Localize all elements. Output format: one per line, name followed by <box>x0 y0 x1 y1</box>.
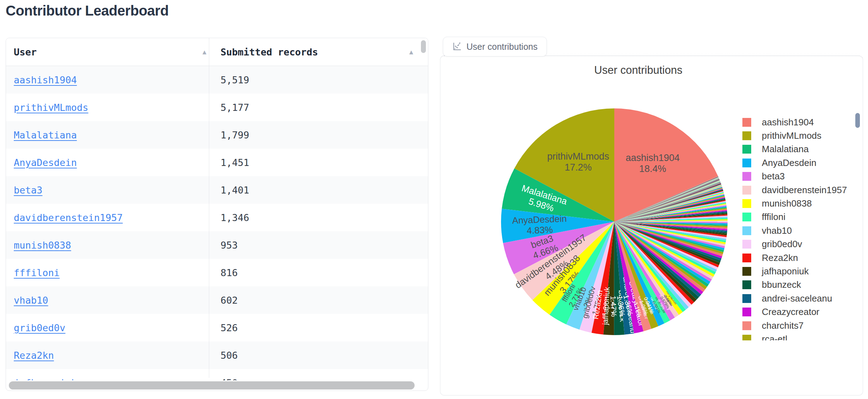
legend-item: rca-etl <box>739 332 855 340</box>
table-row: Malalatiana1,799 <box>6 121 428 149</box>
sort-ascending-icon[interactable]: ▲ <box>408 48 415 56</box>
column-divider <box>209 38 209 378</box>
legend-swatch <box>742 213 751 221</box>
table-row: Reza2kn506 <box>6 341 428 369</box>
user-cell: prithivMLmods <box>14 94 88 121</box>
legend-swatch <box>742 226 751 235</box>
legend-swatch <box>742 131 751 140</box>
legend-item: charchits7 <box>739 319 855 332</box>
legend-label: AnyaDesdein <box>762 157 816 168</box>
table-row: jafhaponiuk450 <box>6 369 428 380</box>
records-cell: 1,799 <box>221 121 249 149</box>
user-link[interactable]: vhab10 <box>14 295 48 306</box>
user-link[interactable]: aashish1904 <box>14 75 77 85</box>
table-row: vhab10602 <box>6 286 428 314</box>
legend-swatch <box>742 145 751 154</box>
legend-item: grib0ed0v <box>739 238 855 251</box>
user-link[interactable]: AnyaDesdein <box>14 157 77 168</box>
records-cell: 506 <box>221 341 238 369</box>
legend-label: prithivMLmods <box>762 130 821 141</box>
user-link[interactable]: fffiloni <box>14 267 60 278</box>
chart-panel: User contributions prithivMLmods17.2%Mal… <box>440 55 863 395</box>
table-row: davidberenstein19571,346 <box>6 204 428 231</box>
legend-swatch <box>742 240 751 249</box>
table-horizontal-scrollbar[interactable] <box>9 381 415 389</box>
table-row: AnyaDesdein1,451 <box>6 149 428 176</box>
legend-label: aashish1904 <box>762 117 814 128</box>
legend-item: bbunzeck <box>739 278 855 292</box>
table-header: User ▲ Submitted records ▲ <box>6 38 428 66</box>
legend-swatch <box>742 172 751 181</box>
records-cell: 5,177 <box>221 94 249 121</box>
table-row: aashish19045,519 <box>6 66 428 94</box>
legend-item: Malalatiana <box>739 143 855 156</box>
user-cell: munish0838 <box>14 231 71 259</box>
table-vertical-scrollbar[interactable] <box>421 40 426 53</box>
legend-label: andrei-saceleanu <box>762 293 832 304</box>
table-body: aashish19045,519prithivMLmods5,177Malala… <box>6 66 428 380</box>
user-cell: davidberenstein1957 <box>14 204 123 231</box>
legend-item: munish0838 <box>739 197 855 210</box>
leaderboard-table: User ▲ Submitted records ▲ aashish19045,… <box>6 38 428 391</box>
legend-swatch <box>742 280 751 289</box>
table-row: fffiloni816 <box>6 259 428 286</box>
legend-item: fffiloni <box>739 210 855 224</box>
user-cell: AnyaDesdein <box>14 149 77 176</box>
legend-label: munish0838 <box>762 198 812 209</box>
legend-item: davidberenstein1957 <box>739 183 855 197</box>
user-link[interactable]: jafhaponiuk <box>14 377 77 381</box>
column-header-user[interactable]: User <box>14 38 197 66</box>
column-header-records-label: Submitted records <box>221 47 318 58</box>
legend-label: charchits7 <box>762 320 804 331</box>
records-cell: 602 <box>221 286 238 314</box>
legend-item: beta3 <box>739 170 855 183</box>
table-row: grib0ed0v526 <box>6 314 428 341</box>
user-link[interactable]: prithivMLmods <box>14 102 88 113</box>
records-cell: 1,401 <box>221 176 249 204</box>
legend-label: Reza2kn <box>762 252 798 263</box>
legend-swatch <box>742 186 751 195</box>
user-cell: beta3 <box>14 176 42 204</box>
tab-label: User contributions <box>466 42 537 52</box>
legend-label: Creazycreator <box>762 306 819 317</box>
legend-item: prithivMLmods <box>739 129 855 142</box>
legend-label: davidberenstein1957 <box>762 185 847 196</box>
sort-ascending-icon[interactable]: ▲ <box>201 48 208 56</box>
user-cell: grib0ed0v <box>14 314 65 341</box>
legend-item: AnyaDesdein <box>739 156 855 169</box>
legend-label: bbunzeck <box>762 279 801 290</box>
user-link[interactable]: davidberenstein1957 <box>14 212 123 223</box>
legend-item: Creazycreator <box>739 305 855 318</box>
scatter-chart-icon <box>452 42 462 51</box>
table-row: prithivMLmods5,177 <box>6 94 428 121</box>
app-root: Contributor Leaderboard User ▲ Submitted… <box>0 0 868 399</box>
legend-swatch <box>742 159 751 167</box>
user-link[interactable]: grib0ed0v <box>14 322 65 333</box>
user-link[interactable]: munish0838 <box>14 240 71 251</box>
column-header-records[interactable]: Submitted records <box>221 38 397 66</box>
records-cell: 1,451 <box>221 149 249 176</box>
legend-label: beta3 <box>762 171 785 182</box>
legend-swatch <box>742 321 751 330</box>
column-header-user-label: User <box>14 47 37 58</box>
user-cell: vhab10 <box>14 286 48 314</box>
user-link[interactable]: Reza2kn <box>14 350 54 361</box>
legend-swatch <box>742 308 751 316</box>
user-link[interactable]: Malalatiana <box>14 130 77 141</box>
legend-label: fffiloni <box>762 212 785 222</box>
legend-item: aashish1904 <box>739 115 855 129</box>
records-cell: 1,346 <box>221 204 249 231</box>
legend-label: jafhaponiuk <box>762 266 809 277</box>
chart-scrollbar[interactable] <box>855 113 860 128</box>
records-cell: 5,519 <box>221 66 249 94</box>
legend-swatch <box>742 267 751 276</box>
records-cell: 450 <box>221 369 238 380</box>
records-cell: 526 <box>221 314 238 341</box>
user-cell: Reza2kn <box>14 341 54 369</box>
tab-user-contributions[interactable]: User contributions <box>443 37 547 56</box>
records-cell: 953 <box>221 231 238 259</box>
legend-swatch <box>742 294 751 303</box>
legend-swatch <box>742 335 751 340</box>
user-link[interactable]: beta3 <box>14 185 42 196</box>
legend-item: andrei-saceleanu <box>739 292 855 305</box>
